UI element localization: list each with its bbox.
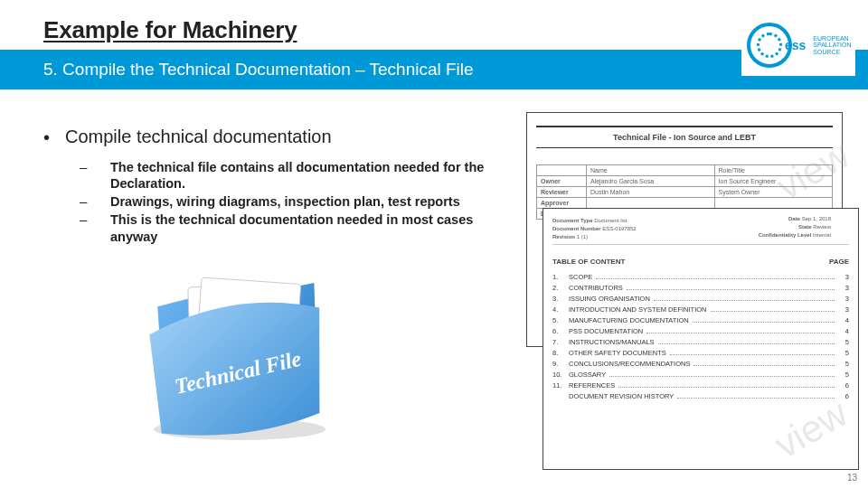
meta-val: 1 (1) [577, 234, 588, 239]
toc-head-left: TABLE OF CONTENT [552, 258, 625, 266]
sub-text: This is the technical documentation need… [110, 211, 499, 244]
toc-row: 4.INTRODUCTION AND SYSTEM DEFINITION3 [552, 305, 849, 314]
toc-num: 6. [552, 327, 569, 335]
list-item: – The technical file contains all docume… [80, 159, 523, 192]
toc-row: 6.PSS DOCUMENTATION4 [552, 327, 849, 335]
toc-label: REFERENCES [569, 381, 615, 389]
table-row: ReviewerDustin MahonSystem Owner [537, 187, 833, 198]
table-row: Approver [537, 198, 833, 209]
page-number: 13 [847, 473, 857, 483]
toc-num: 8. [552, 349, 569, 357]
doc-front-meta: Document Type Document list Date Sep 1, … [552, 216, 849, 245]
toc-page: 5 [838, 349, 849, 357]
logo-line3: SOURCE [813, 49, 851, 55]
toc-page: 4 [838, 316, 849, 324]
toc-num: 4. [552, 305, 569, 314]
meta-key: Document Number [552, 226, 601, 231]
toc-page: 3 [838, 295, 849, 303]
technical-file-folder-illustration: Technical File [136, 262, 344, 443]
table-row: Name Role/Title [537, 165, 833, 176]
toc-page: 3 [838, 284, 849, 292]
subtitle-bar: 5. Compile the Technical Documentation –… [0, 50, 868, 89]
sub-bullet-list: – The technical file contains all docume… [80, 159, 523, 245]
list-item: – Drawings, wiring diagrams, inspection … [80, 193, 523, 210]
dash-icon: – [80, 193, 110, 210]
logo-line1: EUROPEAN [813, 35, 851, 42]
meta-key: Revision [552, 234, 575, 239]
toc-num: 10. [552, 371, 569, 379]
toc-row: 3.ISSUING ORGANISATION3 [552, 295, 849, 303]
toc-label: CONCLUSIONS/RECOMMENDATIONS [569, 360, 690, 368]
meta-key: State [798, 224, 812, 230]
logo-abbr: ess [785, 38, 806, 52]
toc-row: 7.INSTRUCTIONS/MANUALS5 [552, 338, 849, 346]
toc-dots [627, 284, 835, 290]
toc-dots [596, 273, 835, 279]
toc-num: 3. [552, 295, 569, 303]
meta-key: Confidentiality Level [759, 232, 812, 238]
toc-num: 1. [552, 273, 569, 281]
toc-page: 4 [838, 327, 849, 335]
document-preview-front: Document Type Document list Date Sep 1, … [542, 208, 859, 470]
toc-row: 11.REFERENCES6 [552, 381, 849, 389]
toc-label: ISSUING ORGANISATION [569, 295, 650, 303]
watermark-text: view [768, 391, 855, 467]
toc-dots [658, 338, 835, 344]
toc-row: 10.GLOSSARY5 [552, 371, 849, 379]
toc-label: DOCUMENT REVISION HISTORY [569, 392, 674, 400]
toc-dots [670, 349, 835, 355]
logo-line2: SPALLATION [813, 42, 851, 48]
bullet-main: • Compile technical documentation [43, 127, 523, 148]
meta-val: Sep 1, 2018 [802, 216, 831, 221]
meta-val: Internal [813, 232, 831, 238]
dash-icon: – [80, 211, 110, 244]
toc-num: 2. [552, 284, 569, 292]
toc-num [552, 392, 569, 400]
content-area: • Compile technical documentation – The … [43, 127, 523, 247]
toc-label: SCOPE [569, 273, 592, 281]
folder-icon: Technical File [136, 262, 344, 443]
meta-key: Date [788, 216, 800, 221]
toc-num: 9. [552, 360, 569, 368]
toc-label: MANUFACTURING DOCUMENTATION [569, 316, 689, 324]
toc-row: 5.MANUFACTURING DOCUMENTATION4 [552, 316, 849, 324]
toc-row: DOCUMENT REVISION HISTORY6 [552, 392, 849, 400]
toc-dots [654, 295, 835, 301]
toc-page: 3 [838, 305, 849, 314]
toc-page: 6 [838, 392, 849, 400]
toc-dots [609, 371, 835, 377]
dash-icon: – [80, 159, 110, 192]
slide-header: Example for Machinery 5. Compile the Tec… [0, 0, 868, 90]
meta-key: Document Type [552, 218, 593, 223]
toc-page: 5 [838, 371, 849, 379]
toc-label: INSTRUCTIONS/MANUALS [569, 338, 655, 346]
toc-dots [677, 392, 835, 399]
toc-page: 3 [838, 273, 849, 281]
toc-list: 1.SCOPE32.CONTRIBUTORS33.ISSUING ORGANIS… [552, 273, 849, 400]
toc-dots [646, 327, 835, 333]
sub-text: Drawings, wiring diagrams, inspection pl… [110, 193, 460, 210]
toc-page: 6 [838, 381, 849, 389]
list-item: – This is the technical documentation ne… [80, 211, 523, 244]
meta-val: Document list [594, 218, 627, 223]
col-header-role: Role/Title [714, 165, 832, 176]
slide-subtitle: 5. Compile the Technical Documentation –… [43, 60, 474, 80]
toc-label: GLOSSARY [569, 371, 606, 379]
toc-label: PSS DOCUMENTATION [569, 327, 643, 335]
meta-val: ESS-0197852 [602, 226, 636, 231]
toc-head-right: PAGE [829, 258, 849, 266]
toc-dots [693, 360, 835, 366]
toc-label: CONTRIBUTORS [569, 284, 623, 292]
toc-row: 8.OTHER SAFETY DOCUMENTS5 [552, 349, 849, 357]
toc-num: 7. [552, 338, 569, 346]
sub-text: The technical file contains all document… [110, 159, 499, 192]
toc-num: 5. [552, 316, 569, 324]
toc-dots [693, 316, 835, 323]
toc-page: 5 [838, 338, 849, 346]
bullet-text: Compile technical documentation [65, 127, 332, 148]
toc-num: 11. [552, 381, 569, 389]
toc-row: 1.SCOPE3 [552, 273, 849, 281]
toc-label: OTHER SAFETY DOCUMENTS [569, 349, 666, 357]
toc-header: TABLE OF CONTENT PAGE [552, 258, 849, 266]
toc-row: 9.CONCLUSIONS/RECOMMENDATIONS5 [552, 360, 849, 368]
